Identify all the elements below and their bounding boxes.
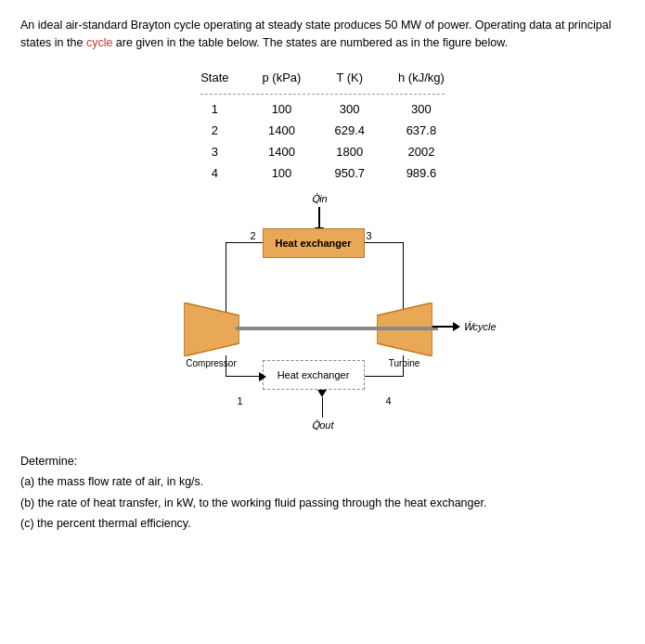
cell-enthalpy: 989.6 — [381, 162, 461, 184]
data-table-wrapper: State p (kPa) T (K) h (kJ/kg) 1 100 300 … — [20, 69, 625, 184]
cell-enthalpy: 2002 — [381, 141, 461, 162]
table-row: 1 100 300 300 — [184, 98, 461, 120]
conn-line-1-left-horiz — [226, 376, 263, 378]
col-header-pressure: p (kPa) — [246, 69, 318, 90]
hx-top-label: Heat exchanger — [276, 238, 352, 249]
conn-line-3-right — [365, 242, 404, 244]
table-row: 4 100 950.7 989.6 — [184, 162, 461, 184]
cell-enthalpy: 637.8 — [381, 120, 461, 141]
determine-item-a: (a) the mass flow rate of air, in kg/s. — [20, 471, 625, 493]
table-row: 2 1400 629.4 637.8 — [184, 120, 461, 141]
compressor-label: Compressor — [186, 358, 236, 368]
w-arrowhead — [453, 322, 460, 331]
compressor-wrapper: Compressor — [184, 303, 239, 368]
cell-state: 4 — [184, 162, 245, 184]
cell-pressure: 1400 — [246, 120, 318, 141]
shaft-line — [236, 327, 438, 330]
cell-pressure: 1400 — [246, 141, 318, 162]
conn-line-1-left-vertical — [226, 355, 227, 377]
heat-exchanger-bottom: Heat exchanger — [263, 360, 365, 390]
heat-exchanger-top: Heat exchanger — [263, 228, 365, 258]
diagram-wrapper: Q̇in Heat exchanger 2 3 — [20, 193, 625, 434]
w-line — [432, 326, 453, 328]
q-out-arrow: Q̇out — [312, 390, 334, 431]
turbine-wrapper: Turbine — [377, 303, 432, 368]
state-label-2: 2 — [251, 230, 256, 241]
cell-state: 2 — [184, 120, 245, 141]
w-cycle-arrow: Ẇcycle — [432, 321, 497, 333]
determine-item-c: (c) the percent thermal efficiency. — [20, 513, 625, 535]
brayton-cycle-diagram: Q̇in Heat exchanger 2 3 — [174, 193, 471, 434]
cell-temp: 300 — [317, 98, 381, 120]
cell-state: 3 — [184, 141, 245, 162]
determine-heading: Determine: — [20, 451, 625, 472]
w-cycle-label: Ẇcycle — [463, 321, 497, 333]
q-in-label: Q̇in — [312, 193, 328, 205]
conn-line-4-right-horiz — [365, 376, 404, 378]
cell-pressure: 100 — [246, 162, 318, 184]
q-out-line — [322, 397, 324, 418]
determine-item-b: (b) the rate of heat transfer, in kW, to… — [20, 493, 625, 514]
cell-temp: 950.7 — [317, 162, 381, 184]
state-label-3: 3 — [367, 230, 372, 241]
q-out-arrowhead — [317, 390, 327, 397]
q-out-label: Q̇out — [312, 419, 334, 431]
col-header-state: State — [184, 69, 245, 90]
cell-state: 1 — [184, 98, 245, 120]
conn-line-4-right-vertical — [403, 355, 405, 377]
table-row: 3 1400 1800 2002 — [184, 141, 461, 162]
col-header-temp: T (K) — [317, 69, 381, 90]
data-table: State p (kPa) T (K) h (kJ/kg) 1 100 300 … — [184, 69, 461, 184]
cell-enthalpy: 300 — [381, 98, 461, 120]
col-header-enthalpy: h (kJ/kg) — [381, 69, 461, 90]
determine-section: Determine: (a) the mass flow rate of air… — [20, 451, 625, 535]
cell-temp: 1800 — [317, 141, 381, 162]
cell-temp: 629.4 — [317, 120, 381, 141]
conn-line-2-left — [226, 242, 263, 244]
arrow-into-hx-bottom-left — [259, 372, 266, 381]
state-label-1: 1 — [238, 395, 243, 406]
hx-bottom-label: Heat exchanger — [277, 369, 350, 380]
compressor-shape — [184, 303, 239, 356]
cell-pressure: 100 — [246, 98, 318, 120]
q-in-line — [318, 207, 320, 227]
svg-marker-0 — [184, 303, 239, 356]
state-label-4: 4 — [386, 395, 392, 406]
turbine-label: Turbine — [389, 358, 420, 368]
intro-paragraph: An ideal air-standard Brayton cycle oper… — [20, 17, 625, 52]
